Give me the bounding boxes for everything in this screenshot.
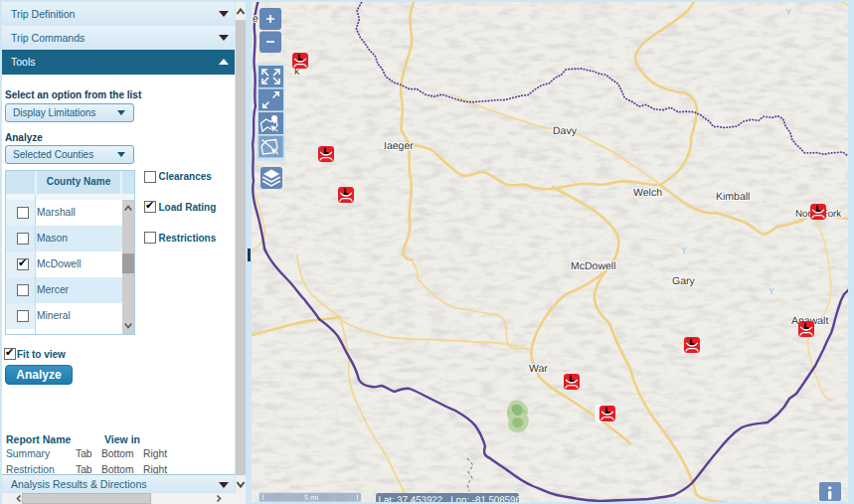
svg-text:e: e bbox=[253, 13, 258, 25]
svg-text:Iaeger: Iaeger bbox=[384, 140, 414, 152]
svg-text:5 mi: 5 mi bbox=[304, 493, 319, 502]
svg-text:Kimball: Kimball bbox=[716, 191, 750, 203]
svg-text:Davy: Davy bbox=[553, 125, 578, 137]
svg-text:Welch: Welch bbox=[633, 187, 662, 199]
svg-text:War: War bbox=[529, 363, 548, 375]
svg-text:McDowell: McDowell bbox=[571, 260, 616, 272]
svg-text:Gary: Gary bbox=[672, 275, 696, 287]
svg-text:Lat: 37.453922 Lon: -81.5085: Lat: 37.453922 Lon: -81.508596 bbox=[379, 495, 521, 504]
